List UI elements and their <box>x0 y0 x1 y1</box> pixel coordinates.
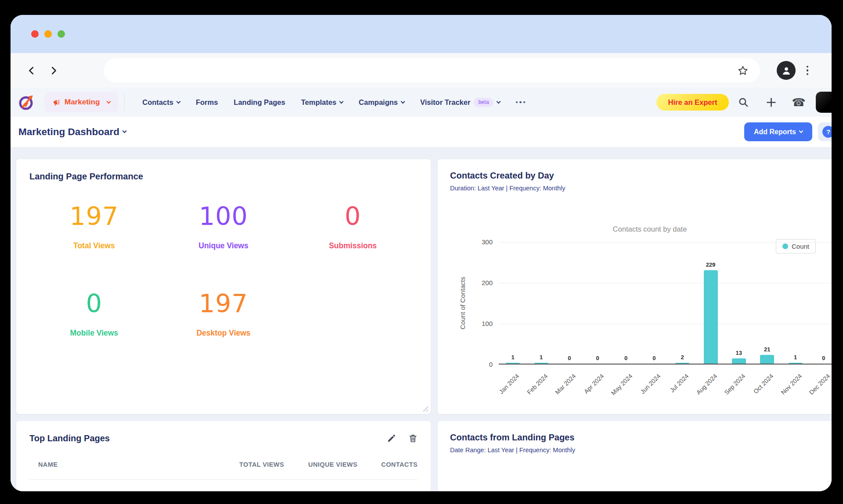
chevron-down-icon <box>339 99 344 104</box>
card-resize-handle[interactable] <box>422 405 428 411</box>
stat-mobile-views: 0Mobile Views <box>29 289 159 338</box>
gridline <box>499 242 832 243</box>
nav-item-forms[interactable]: Forms <box>196 98 218 107</box>
nav-item-campaigns[interactable]: Campaigns <box>359 98 404 107</box>
dashboard-content: Landing Page Performance 197Total Views1… <box>11 147 832 491</box>
bar-oct-2024 <box>760 355 774 364</box>
browser-window: Marketing ContactsFormsLanding PagesTemp… <box>11 15 832 491</box>
stat-unique-views: 100Unique Views <box>159 202 288 250</box>
card-title: Top Landing Pages <box>29 433 110 443</box>
card-subtitle: Date Range: Last Year | Frequency: Month… <box>450 447 832 454</box>
nav-item-label: Campaigns <box>359 98 398 107</box>
bar-nov-2024 <box>789 363 803 364</box>
stat-total-views: 197Total Views <box>29 202 159 250</box>
stats-grid: 197Total Views100Unique Views0Submission… <box>29 202 418 338</box>
chevron-down-icon <box>799 129 803 133</box>
chevron-down-icon <box>107 99 111 104</box>
app-logo[interactable] <box>18 94 35 111</box>
apps-tile[interactable] <box>816 92 832 113</box>
stat-value: 100 <box>159 202 288 231</box>
chevron-down-icon <box>401 99 405 104</box>
browser-profile-avatar[interactable] <box>777 61 796 80</box>
create-new-icon[interactable] <box>765 97 777 108</box>
y-axis-tick: 300 <box>472 238 493 246</box>
card-title: Landing Page Performance <box>29 172 418 182</box>
stat-value: 197 <box>29 202 159 231</box>
delete-trash-icon[interactable] <box>408 434 418 443</box>
search-icon[interactable] <box>738 97 749 108</box>
column-header-total-views: TOTAL VIEWS <box>211 461 284 468</box>
chevron-down-icon <box>176 99 180 104</box>
beta-badge: beta <box>474 98 493 107</box>
nav-item-visitor-tracker[interactable]: Visitor Trackerbeta <box>420 98 500 107</box>
bookmark-star-icon[interactable] <box>737 65 749 76</box>
bar-value-label: 21 <box>754 346 780 353</box>
chart-title: Contacts count by date <box>450 225 832 233</box>
bar-value-label: 2 <box>669 354 695 361</box>
browser-menu-button[interactable] <box>803 64 812 77</box>
stat-label: Unique Views <box>159 241 288 250</box>
bar-value-label: 0 <box>584 355 611 361</box>
bar-jul-2024 <box>675 363 689 364</box>
chart-y-axis-label: Count of Contacts <box>459 277 466 329</box>
forward-button[interactable] <box>47 64 60 77</box>
stat-value: 0 <box>29 289 159 318</box>
forward-arrow-icon <box>49 66 58 75</box>
chevron-down-icon <box>122 129 127 133</box>
bar-value-label: 0 <box>613 355 639 361</box>
card-subtitle: Duration: Last Year | Frequency: Monthly <box>450 185 832 192</box>
top-landing-pages-card: Top Landing Pages NAMETOTAL VIEWSUNIQUE … <box>16 421 431 491</box>
stat-label: Submissions <box>288 241 418 250</box>
page-header: Marketing Dashboard Add Reports ? <box>11 117 832 147</box>
bar-value-label: 1 <box>528 354 555 361</box>
window-titlebar <box>11 15 832 53</box>
dashboard-title-dropdown[interactable]: Marketing Dashboard <box>18 126 126 138</box>
hire-an-expert-button[interactable]: Hire an Expert <box>656 94 729 111</box>
bar-value-label: 0 <box>641 355 667 361</box>
nav-divider <box>124 94 125 111</box>
page-title: Marketing Dashboard <box>18 126 119 138</box>
close-window-button[interactable] <box>31 30 39 38</box>
nav-items: ContactsFormsLanding PagesTemplatesCampa… <box>142 98 500 107</box>
nav-item-landing-pages[interactable]: Landing Pages <box>234 98 285 107</box>
stat-label: Mobile Views <box>29 329 159 338</box>
column-header-unique-views: UNIQUE VIEWS <box>284 461 357 468</box>
nav-item-templates[interactable]: Templates <box>301 98 343 107</box>
app-navbar: Marketing ContactsFormsLanding PagesTemp… <box>11 88 832 117</box>
zoom-window-button[interactable] <box>58 30 65 38</box>
person-icon <box>781 65 792 76</box>
contacts-created-by-day-card: Contacts Created by Day Duration: Last Y… <box>438 159 832 414</box>
contacts-from-landing-pages-card: Contacts from Landing Pages Date Range: … <box>438 421 832 491</box>
chart-plot: 01002003001Jan 20241Feb 20240Mar 20240Ap… <box>499 242 832 365</box>
address-bar[interactable] <box>104 58 760 82</box>
contacts-chart: Contacts count by date Count Count of Co… <box>450 192 832 411</box>
gridline <box>499 324 832 324</box>
nav-item-contacts[interactable]: Contacts <box>142 98 180 107</box>
nav-item-label: Visitor Tracker <box>420 98 470 107</box>
add-reports-button[interactable]: Add Reports <box>744 122 812 141</box>
bar-value-label: 0 <box>811 355 832 361</box>
stat-value: 0 <box>288 202 418 231</box>
edit-pencil-icon[interactable] <box>387 434 396 443</box>
card-actions <box>387 434 418 443</box>
landing-page-performance-card: Landing Page Performance 197Total Views1… <box>16 159 431 414</box>
back-arrow-icon <box>27 66 36 75</box>
back-button[interactable] <box>25 64 38 77</box>
card-title: Contacts from Landing Pages <box>450 433 832 443</box>
bar-sep-2024 <box>732 358 746 364</box>
stat-desktop-views: 197Desktop Views <box>159 289 288 338</box>
minimize-window-button[interactable] <box>44 30 52 38</box>
bar-value-label: 0 <box>556 355 583 361</box>
stat-value: 197 <box>159 289 288 318</box>
stat-label: Total Views <box>29 241 159 250</box>
help-button[interactable]: ? <box>818 122 832 141</box>
gridline <box>499 283 832 283</box>
bar-jan-2024 <box>506 363 520 364</box>
phone-support-icon[interactable]: ☎ <box>793 97 804 108</box>
y-axis-tick: 200 <box>472 279 493 286</box>
chevron-down-icon <box>496 99 501 104</box>
product-switcher-marketing[interactable]: Marketing <box>44 92 118 112</box>
stat-label: Desktop Views <box>159 329 288 338</box>
stat-submissions: 0Submissions <box>288 202 418 250</box>
nav-more-button[interactable] <box>516 101 526 104</box>
